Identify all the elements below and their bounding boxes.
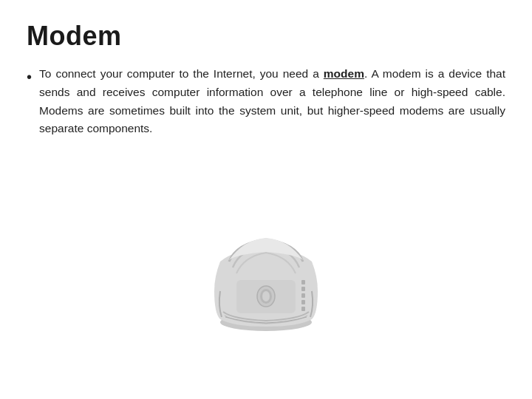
svg-rect-7	[301, 293, 305, 298]
modem-illustration	[192, 202, 340, 335]
bold-modem-word: modem	[324, 67, 364, 80]
svg-rect-5	[301, 280, 305, 284]
svg-rect-6	[301, 287, 305, 291]
bullet-item: • To connect your computer to the Intern…	[27, 65, 505, 138]
bullet-list: • To connect your computer to the Intern…	[27, 65, 505, 138]
slide-title: Modem	[27, 21, 505, 52]
slide-container: Modem • To connect your computer to the …	[0, 0, 532, 399]
svg-point-4	[262, 291, 270, 301]
bullet-text: To connect your computer to the Internet…	[39, 65, 505, 138]
text-before-bold: To connect your computer to the Internet…	[39, 67, 324, 80]
bullet-dot: •	[27, 66, 32, 87]
svg-rect-9	[301, 307, 305, 311]
svg-rect-8	[301, 300, 305, 304]
modem-image-container	[27, 153, 505, 384]
